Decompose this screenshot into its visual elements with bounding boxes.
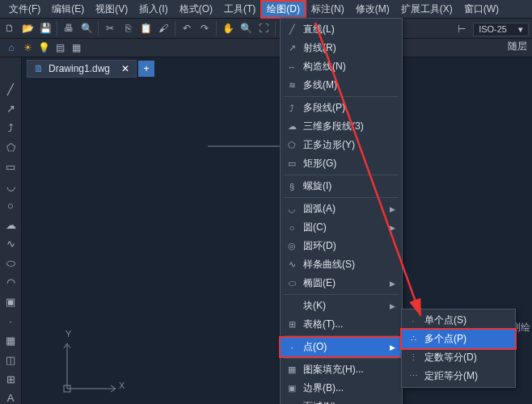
bulb-icon[interactable]: 💡 [36, 40, 52, 56]
save-icon[interactable]: 💾 [37, 20, 53, 36]
file-tab[interactable]: 🗎 Drawing1.dwg ✕ [27, 60, 137, 78]
cut-icon[interactable]: ✂ [102, 20, 118, 36]
dim-style-combo[interactable]: ISO-25 ▾ [473, 23, 529, 36]
submenu-arrow-icon: ▶ [390, 280, 395, 288]
menu-icon: ⋮ [407, 352, 420, 363]
ellipse-arc-tool-icon[interactable]: ◠ [2, 275, 19, 291]
menu-label: 多线(M) [303, 78, 337, 92]
draw-menu-item[interactable]: ⬠正多边形(Y) [281, 136, 402, 154]
draw-menu-item[interactable]: ≋多线(M) [281, 76, 402, 95]
menu-label: 样条曲线(S) [303, 258, 355, 271]
draw-menu-item[interactable]: ◫面域(N) [281, 398, 402, 404]
point-tool-icon[interactable]: · [2, 314, 19, 330]
menu-insert[interactable]: 插入(I) [133, 1, 173, 18]
hatch-tool-icon[interactable]: ▦ [2, 332, 19, 348]
polyline-tool-icon[interactable]: ⤴ [2, 120, 19, 137]
ellipse-tool-icon[interactable]: ⬭ [2, 255, 19, 271]
zoom-icon[interactable]: 🔍 [238, 20, 254, 36]
preview-icon[interactable]: 🔍 [78, 20, 95, 36]
draw-menu-item[interactable]: ⊞表格(T)... [281, 315, 402, 334]
copy-icon[interactable]: ⎘ [120, 20, 136, 36]
menu-modify[interactable]: 修改(M) [350, 1, 395, 18]
circle-tool-icon[interactable]: ○ [2, 197, 19, 213]
menu-view[interactable]: 视图(V) [90, 1, 133, 18]
menu-icon: · [285, 343, 298, 352]
draw-menu-item[interactable]: ◡圆弧(A)▶ [281, 200, 402, 218]
chevron-down-icon: ▾ [518, 24, 523, 35]
new-tab-button[interactable]: + [138, 61, 154, 77]
menu-icon: ∴ [407, 334, 420, 344]
menu-draw[interactable]: 绘图(D) [261, 1, 306, 18]
menu-icon: ○ [285, 223, 298, 233]
menu-window[interactable]: 窗口(W) [458, 1, 505, 18]
draw-menu-item[interactable]: ·点(O)▶ [281, 338, 402, 356]
draw-menu-item[interactable]: ∿样条曲线(S) [281, 255, 402, 274]
left-toolbar: ╱ ↗ ⤴ ⬠ ▭ ◡ ○ ☁ ∿ ⬭ ◠ ▣ · ▦ ◫ ⊞ A [0, 57, 22, 404]
menu-file[interactable]: 文件(F) [3, 1, 46, 18]
pan-icon[interactable]: ✋ [220, 20, 236, 36]
menu-label: 定距等分(M) [424, 369, 478, 383]
menu-icon: ⤴ [285, 103, 298, 113]
menu-edit[interactable]: 编辑(E) [46, 1, 90, 18]
layer-icon[interactable]: ▤ [52, 40, 68, 56]
menu-format[interactable]: 格式(O) [174, 1, 218, 18]
block-tool-icon[interactable]: ▣ [2, 294, 19, 310]
draw-menu-item[interactable]: ↗射线(R) [281, 39, 402, 57]
menu-label: 构造线(N) [303, 60, 346, 74]
ucs-y-label: Y [65, 329, 71, 339]
menu-icon: ↔ [285, 62, 298, 72]
draw-menu-item[interactable]: ○圆(C)▶ [281, 218, 402, 237]
point-submenu-item[interactable]: ⋮定数等分(D) [402, 348, 515, 367]
menu-label: 矩形(G) [303, 157, 336, 170]
cloud-tool-icon[interactable]: ☁ [2, 217, 19, 233]
undo-icon[interactable]: ↶ [179, 20, 195, 36]
layer-label[interactable]: 随层 [508, 40, 527, 53]
menu-extensions[interactable]: 扩展工具(X) [395, 1, 458, 18]
zoom-extents-icon[interactable]: ⛶ [255, 20, 272, 36]
brush-icon[interactable]: 🖌 [155, 20, 171, 36]
ray-tool-icon[interactable]: ↗ [2, 101, 19, 117]
draw-menu-item[interactable]: ▦图案填充(H)... [281, 360, 402, 379]
rect-tool-icon[interactable]: ▭ [2, 159, 19, 175]
draw-menu-item[interactable]: ☁三维多段线(3) [281, 117, 402, 136]
draw-menu-item[interactable]: §螺旋(I) [281, 177, 402, 196]
draw-menu-item[interactable]: ⬭椭圆(E)▶ [281, 274, 402, 292]
region-tool-icon[interactable]: ◫ [2, 351, 19, 368]
menu-tools[interactable]: 工具(T) [218, 1, 261, 18]
spline-tool-icon[interactable]: ∿ [2, 236, 19, 252]
polygon-tool-icon[interactable]: ⬠ [2, 140, 19, 156]
draw-menu-item[interactable]: ◎圆环(D) [281, 237, 402, 255]
point-submenu-item[interactable]: ·单个点(S) [402, 311, 515, 330]
menu-label: 点(O) [303, 340, 327, 354]
draw-menu-item[interactable]: ▭矩形(G) [281, 154, 402, 173]
redo-icon[interactable]: ↷ [196, 20, 213, 36]
text-tool-icon[interactable]: A [2, 390, 19, 404]
menu-icon: § [285, 182, 298, 191]
arc-tool-icon[interactable]: ◡ [2, 178, 19, 194]
point-submenu-item[interactable]: ⋯定距等分(M) [402, 367, 515, 385]
home-icon[interactable]: ⌂ [3, 40, 19, 56]
draw-menu-item[interactable]: ▣边界(B)... [281, 379, 402, 398]
menu-icon: ▭ [285, 158, 298, 169]
close-icon[interactable]: ✕ [121, 63, 129, 74]
menu-icon: ▦ [285, 364, 298, 375]
line-tool-icon[interactable]: ╱ [2, 82, 19, 98]
dim-icon[interactable]: ⊢ [454, 21, 470, 37]
draw-menu-item[interactable]: 块(K)▶ [281, 297, 402, 315]
paste-icon[interactable]: 📋 [137, 20, 154, 36]
table-tool-icon[interactable]: ⊞ [2, 371, 19, 387]
draw-menu-item[interactable]: ╱直线(L) [281, 20, 402, 39]
print-icon[interactable]: 🖶 [61, 20, 77, 36]
menu-label: 边界(B)... [303, 381, 344, 395]
new-icon[interactable]: 🗋 [2, 20, 18, 36]
draw-menu-item[interactable]: ↔构造线(N) [281, 57, 402, 76]
menu-dimension[interactable]: 标注(N) [306, 1, 350, 18]
sun-icon[interactable]: ☀ [19, 40, 36, 56]
menu-label: 圆环(D) [303, 239, 336, 253]
grid-icon[interactable]: ▦ [68, 40, 84, 56]
point-submenu-item[interactable]: ∴多个点(P) [402, 330, 515, 348]
draw-menu-item[interactable]: ⤴多段线(P) [281, 99, 402, 117]
open-icon[interactable]: 📂 [19, 20, 36, 36]
menu-label: 多段线(P) [303, 101, 345, 115]
menu-icon: ≋ [285, 80, 298, 90]
